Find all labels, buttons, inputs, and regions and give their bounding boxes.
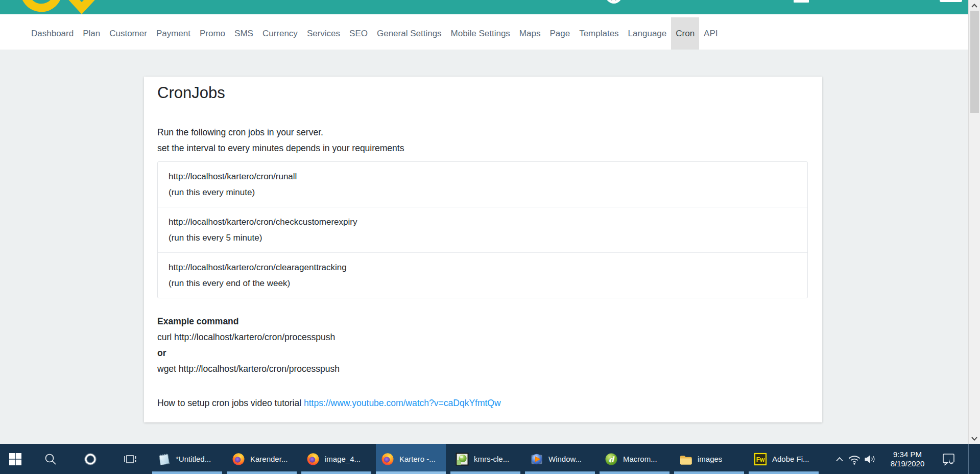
taskbar-app-kartero-firefox[interactable]: Kartero -... (376, 444, 446, 474)
example-wget: wget http://localhost/kartero/cron/proce… (157, 361, 808, 377)
open-window-indicator (301, 471, 371, 474)
nav-item-seo[interactable]: SEO (345, 17, 372, 50)
action-center-button[interactable] (938, 452, 960, 467)
taskbar-app-area: *Untitled... Karender... image_4.. (152, 444, 823, 474)
taskbar-app-image4-firefox[interactable]: image_4... (301, 444, 371, 474)
system-tray: 9:34 PM 8/19/2020 (832, 444, 980, 474)
scrollbar-thumb[interactable] (970, 11, 979, 113)
wifi-tray-button[interactable] (847, 453, 862, 466)
wifi-icon (848, 453, 861, 466)
nav-item-services[interactable]: Services (302, 17, 345, 50)
nav-list: Dashboard Plan Customer Payment Promo SM… (27, 14, 723, 50)
nav-item-mobile-settings[interactable]: Mobile Settings (446, 17, 515, 50)
cron-note: (run this every minute) (169, 184, 797, 200)
tutorial-text: How to setup cron jobs video tutorial (157, 398, 304, 408)
action-center-icon (941, 452, 957, 467)
nav-item-language[interactable]: Language (624, 17, 672, 50)
image-thumbnail-icon (456, 453, 469, 466)
taskbar-app-label: *Untitled... (176, 455, 211, 463)
header-element-partial (940, 0, 962, 2)
brand-logo-icon (17, 0, 99, 14)
dreamweaver-icon: d (605, 453, 618, 466)
scrollbar-up-arrow[interactable] (969, 0, 980, 11)
header-avatar-partial[interactable] (606, 0, 622, 4)
tutorial-link[interactable]: https://www.youtube.com/watch?v=caDqkYfm… (304, 398, 501, 408)
browser-scrollbar[interactable] (968, 0, 980, 444)
search-icon (44, 453, 57, 466)
example-command-block: Example command curl http://localhost/ka… (157, 314, 808, 377)
cron-job-row: http://localhost/kartero/cron/clearagent… (158, 252, 807, 298)
avatar-eye-dot (611, 0, 612, 1)
cortana-button[interactable] (70, 444, 110, 474)
search-button[interactable] (31, 444, 70, 474)
open-window-indicator (450, 471, 520, 474)
desktop-screen: Dashboard Plan Customer Payment Promo SM… (0, 0, 980, 474)
cron-url: http://localhost/kartero/cron/runall (169, 169, 797, 184)
chevron-up-icon (835, 457, 844, 462)
open-window-indicator (152, 471, 222, 474)
nav-item-currency[interactable]: Currency (258, 17, 302, 50)
nav-item-customer[interactable]: Customer (105, 17, 152, 50)
page-background: CronJobs Run the following cron jobs in … (0, 50, 980, 444)
svg-text:d: d (609, 455, 615, 464)
taskbar-app-adobe-fireworks[interactable]: Fw Adobe Fi... (749, 444, 819, 474)
nav-item-dashboard[interactable]: Dashboard (27, 17, 78, 50)
intro-text: Run the following cron jobs in your serv… (157, 125, 808, 156)
open-window-indicator (376, 471, 446, 474)
show-desktop-button[interactable] (968, 444, 980, 474)
open-window-indicator (749, 471, 819, 474)
nav-item-templates[interactable]: Templates (575, 17, 623, 50)
cortana-icon (84, 453, 97, 466)
fireworks-icon: Fw (754, 453, 767, 466)
taskbar-app-images-folder[interactable]: images (674, 444, 744, 474)
nav-item-general-settings[interactable]: General Settings (372, 17, 446, 50)
tray-chevron-button[interactable] (832, 457, 847, 462)
taskbar-app-label: image_4... (325, 455, 361, 463)
avatar-eye-dot (615, 0, 616, 1)
volume-tray-button[interactable] (862, 453, 877, 466)
example-heading: Example command (157, 314, 808, 329)
firefox-icon (381, 453, 394, 466)
folder-icon (679, 453, 692, 466)
svg-text:Fw: Fw (756, 456, 765, 463)
open-window-indicator (600, 471, 670, 474)
taskbar-app-label: Adobe Fi... (772, 455, 809, 463)
nav-item-maps[interactable]: Maps (515, 17, 545, 50)
scrollbar-down-arrow[interactable] (969, 433, 980, 444)
task-view-button[interactable] (110, 444, 150, 474)
firefox-icon (232, 453, 245, 466)
nav-item-cron[interactable]: Cron (671, 17, 699, 50)
cron-note: (run this every 5 minute) (169, 230, 797, 246)
nav-item-plan[interactable]: Plan (78, 17, 105, 50)
cronjobs-card: CronJobs Run the following cron jobs in … (144, 77, 822, 422)
nav-item-page[interactable]: Page (545, 17, 575, 50)
taskbar-app-label: Kartero -... (399, 455, 436, 463)
taskbar-app-untitled-notepad[interactable]: *Untitled... (152, 444, 222, 474)
taskbar-app-macromedia[interactable]: d Macrom... (600, 444, 670, 474)
taskbar-app-kmrs[interactable]: kmrs-cle... (450, 444, 520, 474)
nav-item-payment[interactable]: Payment (152, 17, 195, 50)
taskbar-app-label: images (698, 455, 722, 463)
cron-job-row: http://localhost/kartero/cron/checkcusto… (158, 207, 807, 252)
taskbar-app-windows-media[interactable]: Window... (525, 444, 595, 474)
clock-time: 9:34 PM (877, 450, 938, 459)
taskbar-app-karender-firefox[interactable]: Karender... (227, 444, 297, 474)
taskbar-app-label: Window... (548, 455, 582, 463)
page-title: CronJobs (157, 83, 808, 103)
clock-date: 8/19/2020 (877, 459, 938, 468)
cron-job-row: http://localhost/kartero/cron/runall (ru… (158, 162, 807, 207)
intro-line-2: set the interval to every minutes depend… (157, 143, 404, 153)
taskbar-app-label: Macrom... (623, 455, 657, 463)
taskbar-clock[interactable]: 9:34 PM 8/19/2020 (877, 450, 938, 468)
nav-item-sms[interactable]: SMS (230, 17, 258, 50)
start-button[interactable] (0, 444, 31, 474)
windows-taskbar: *Untitled... Karender... image_4.. (0, 444, 980, 474)
open-window-indicator (525, 471, 595, 474)
or-label: or (157, 345, 808, 361)
nav-item-api[interactable]: API (699, 17, 722, 50)
cron-url: http://localhost/kartero/cron/checkcusto… (169, 214, 797, 230)
taskbar-app-label: Karender... (250, 455, 288, 463)
nav-item-promo[interactable]: Promo (195, 17, 230, 50)
open-window-indicator (227, 471, 297, 474)
header-button-partial[interactable] (794, 0, 809, 3)
